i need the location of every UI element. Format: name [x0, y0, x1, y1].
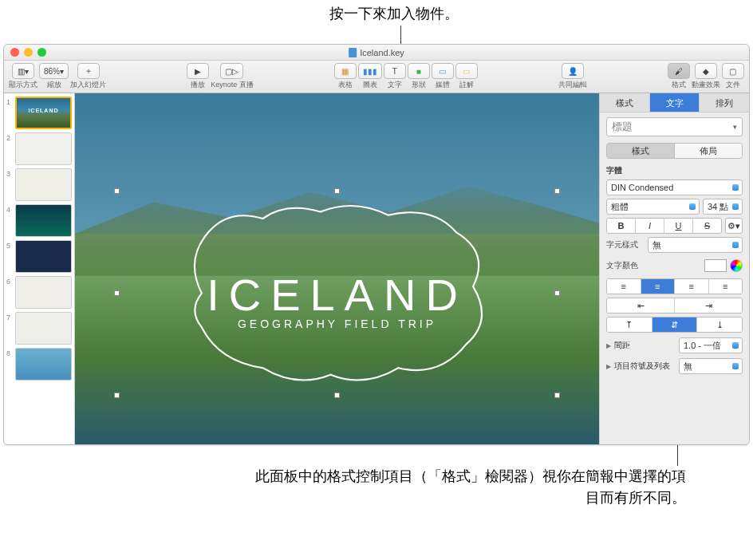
- text-color-label: 文字顏色: [606, 260, 641, 271]
- inspector-tabs: 樣式 文字 排列: [600, 93, 749, 112]
- media-icon: ▭: [439, 67, 446, 76]
- view-label: 顯示方式: [9, 80, 37, 90]
- brush-icon: 🖌: [675, 67, 683, 76]
- text-icon: T: [392, 67, 397, 76]
- tab-style[interactable]: 樣式: [600, 93, 650, 112]
- triangle-icon: ▶: [606, 363, 611, 370]
- app-window: Iceland.key ▥▾ 顯示方式 86%▾ 縮放 ＋ 加入幻燈片 ▶: [3, 44, 750, 445]
- person-icon: 👤: [568, 67, 578, 76]
- align-center-button[interactable]: ≡: [641, 279, 675, 294]
- text-color-well[interactable]: [704, 259, 727, 272]
- bullets-select[interactable]: 無: [679, 358, 743, 374]
- char-style-select[interactable]: 無: [648, 237, 743, 253]
- bullets-disclosure[interactable]: ▶ 項目符號及列表 無: [606, 358, 743, 374]
- font-options-gear[interactable]: ⚙▾: [725, 218, 743, 234]
- selected-textbox[interactable]: ICELAND GEOGRAPHY FIELD TRIP: [117, 191, 558, 395]
- gear-icon: ⚙▾: [727, 221, 740, 231]
- media-button[interactable]: ▭: [432, 63, 454, 79]
- window-controls: [10, 48, 46, 57]
- resize-handle[interactable]: [554, 392, 560, 398]
- content-area: 1 2 3 4 5 6 7 8 ICELAND GEOGRAPHY FIELD …: [4, 93, 749, 444]
- zoom-button[interactable]: [37, 48, 46, 57]
- align-left-button[interactable]: ≡: [607, 279, 641, 294]
- v-align-buttons: ⤒ ⇵ ⤓: [606, 317, 743, 333]
- font-weight-select[interactable]: 粗體: [606, 199, 700, 215]
- slide-subtitle: GEOGRAPHY FIELD TRIP: [117, 317, 558, 330]
- spacing-disclosure[interactable]: ▶ 間距 1.0 - 一倍: [606, 337, 743, 353]
- zoom-menu[interactable]: 86%▾: [39, 63, 69, 79]
- slide-navigator[interactable]: 1 2 3 4 5 6 7 8: [4, 93, 75, 444]
- collaborate-label: 共同編輯: [558, 80, 587, 90]
- format-inspector: 樣式 文字 排列 標題 樣式 佈局 字體 DIN Condensed 粗體 34…: [599, 93, 749, 444]
- tab-arrange[interactable]: 排列: [700, 93, 749, 112]
- add-slide-button[interactable]: ＋: [77, 63, 100, 79]
- segment-layout[interactable]: 佈局: [674, 144, 742, 158]
- valign-middle-button[interactable]: ⇵: [652, 317, 697, 332]
- text-label: 文字: [388, 80, 402, 90]
- plus-icon: ＋: [85, 65, 93, 77]
- bold-button[interactable]: B: [607, 219, 635, 233]
- play-label: 播放: [191, 80, 205, 90]
- slide-thumb-7[interactable]: 7: [6, 312, 72, 345]
- align-right-button[interactable]: ≡: [674, 279, 708, 294]
- document-button[interactable]: ▢: [722, 63, 744, 79]
- doc-icon: ▢: [729, 67, 736, 76]
- slide-thumb-3[interactable]: 3: [6, 168, 72, 201]
- minimize-button[interactable]: [24, 48, 33, 57]
- font-size-stepper[interactable]: 34 點: [703, 199, 743, 215]
- triangle-icon: ▶: [606, 342, 611, 349]
- close-button[interactable]: [10, 48, 19, 57]
- comment-button[interactable]: ▭: [455, 63, 478, 79]
- resize-handle[interactable]: [114, 188, 120, 194]
- chart-button[interactable]: ▮▮▮: [358, 63, 382, 79]
- align-justify-button[interactable]: ≡: [708, 279, 743, 294]
- italic-button[interactable]: I: [635, 219, 664, 233]
- valign-bottom-button[interactable]: ⤓: [696, 317, 742, 332]
- keynote-live-label: Keynote 直播: [211, 80, 254, 90]
- segment-style[interactable]: 樣式: [607, 144, 674, 158]
- indent-button[interactable]: ⇥: [674, 298, 742, 313]
- underline-button[interactable]: U: [664, 219, 692, 233]
- slide-thumb-5[interactable]: 5: [6, 240, 72, 273]
- slide-thumb-1[interactable]: 1: [6, 97, 72, 129]
- slide-thumb-8[interactable]: 8: [6, 348, 72, 381]
- document-title: Iceland.key: [349, 48, 404, 57]
- font-family-select[interactable]: DIN Condensed: [606, 179, 743, 195]
- style-layout-segment[interactable]: 樣式 佈局: [606, 143, 743, 159]
- resize-handle[interactable]: [554, 188, 560, 194]
- h-align-buttons: ≡ ≡ ≡ ≡: [606, 278, 743, 294]
- animate-button[interactable]: ◆: [695, 63, 717, 79]
- play-button[interactable]: ▶: [187, 63, 209, 79]
- resize-handle[interactable]: [334, 392, 340, 398]
- keynote-live-button[interactable]: ▢▷: [220, 63, 243, 79]
- resize-handle[interactable]: [114, 392, 120, 398]
- spacing-select[interactable]: 1.0 - 一倍: [679, 337, 743, 353]
- slide-thumb-2[interactable]: 2: [6, 132, 72, 165]
- tab-text[interactable]: 文字: [650, 93, 700, 112]
- valign-top-button[interactable]: ⤒: [607, 317, 652, 332]
- table-button[interactable]: ▦: [334, 63, 357, 79]
- text-button[interactable]: T: [384, 63, 406, 79]
- slide-canvas[interactable]: ICELAND GEOGRAPHY FIELD TRIP: [75, 93, 599, 444]
- chart-label: 圖表: [363, 80, 377, 90]
- paragraph-style-picker[interactable]: 標題: [606, 117, 743, 136]
- outdent-button[interactable]: ⇤: [607, 298, 674, 313]
- format-label: 格式: [672, 80, 686, 90]
- view-icon: ▥▾: [18, 67, 29, 76]
- resize-handle[interactable]: [114, 290, 120, 296]
- format-button[interactable]: 🖌: [668, 63, 690, 79]
- shape-button[interactable]: ■: [408, 63, 430, 79]
- color-wheel-icon[interactable]: [730, 259, 743, 272]
- slide-thumb-6[interactable]: 6: [6, 276, 72, 309]
- collaborate-button[interactable]: 👤: [562, 63, 584, 79]
- view-button[interactable]: ▥▾: [12, 63, 34, 79]
- resize-handle[interactable]: [554, 290, 560, 296]
- slide-thumb-4[interactable]: 4: [6, 204, 72, 237]
- play-icon: ▶: [195, 67, 201, 76]
- live-icon: ▢▷: [225, 67, 239, 76]
- spacing-label: 間距: [614, 340, 630, 351]
- strike-button[interactable]: S: [692, 219, 721, 233]
- comment-icon: ▭: [463, 67, 470, 76]
- resize-handle[interactable]: [334, 188, 340, 194]
- document-label: 文件: [726, 80, 740, 90]
